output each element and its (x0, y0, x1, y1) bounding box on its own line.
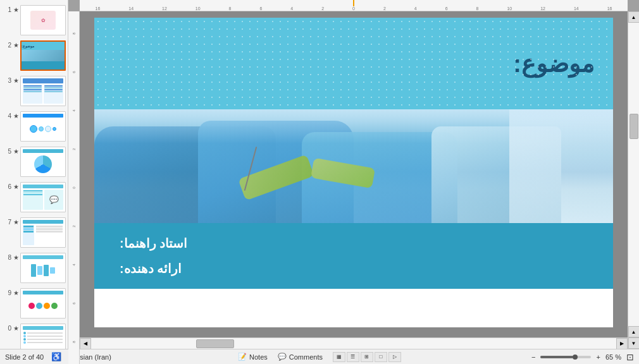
zoom-level[interactable]: 65 % (605, 353, 621, 361)
star-icon-7: ★ (13, 219, 19, 226)
status-bar: Slide 2 of 40 ♿ Persian (Iran) 📝 Notes 💬… (0, 349, 639, 364)
slide-thumb-5[interactable]: 5 ★ (0, 144, 68, 179)
status-center: 📝 Notes 💬 Comments ▦ ☰ ⊞ □ ▷ (238, 352, 401, 362)
slide-panel: 1 ★ ✿ 2 ★ موضوع: (0, 0, 68, 364)
presenter-label: ارائه دهنده: (120, 261, 182, 276)
comments-label: Comments (289, 353, 323, 361)
editor-area: 16 14 12 10 8 6 4 2 0 2 4 6 8 10 (68, 0, 639, 364)
slide-thumb-9[interactable]: 9 ★ (0, 286, 68, 321)
slide-num-8: 8 (3, 254, 11, 261)
star-icon-5: ★ (13, 148, 19, 155)
slide-top-section: موضوع: (94, 18, 613, 109)
slide-num-6: 6 (3, 183, 11, 190)
slide-preview-9 (20, 288, 66, 318)
slide-num-5: 5 (3, 148, 11, 155)
view-present-button[interactable]: ▷ (388, 352, 401, 362)
slide-canvas[interactable]: موضوع: (94, 18, 613, 327)
slide-preview-3 (20, 76, 66, 106)
status-left: Slide 2 of 40 ♿ Persian (Iran) (5, 352, 111, 361)
star-icon-3: ★ (13, 77, 19, 84)
slide-preview-2: موضوع: (20, 40, 66, 71)
view-slide-sorter-button[interactable]: ⊞ (361, 352, 373, 362)
slide-count: Slide 2 of 40 (5, 353, 44, 361)
slide-thumb-6[interactable]: 6 ★ 💬 (0, 179, 68, 215)
star-icon-1: ★ (13, 6, 19, 13)
notes-label: Notes (249, 353, 268, 361)
scroll-track-v[interactable] (628, 23, 639, 326)
slide-num-1: 1 (3, 6, 11, 13)
scrollbar-vertical: ▲ ▲ ▼ (628, 11, 639, 349)
scroll-down-top-button[interactable]: ▲ (628, 326, 640, 337)
main-area: 1 ★ ✿ 2 ★ موضوع: (0, 0, 639, 364)
slide-bottom-section: استاد راهنما: ارائه دهنده: (94, 223, 613, 289)
surgery-scene (94, 109, 613, 223)
slide-title: موضوع: (513, 50, 594, 78)
star-icon-4: ★ (13, 112, 19, 119)
scroll-thumb-v[interactable] (630, 114, 638, 139)
zoom-out-button[interactable]: − (531, 353, 535, 361)
ruler-top: 16 14 12 10 8 6 4 2 0 2 4 6 8 10 (80, 0, 628, 11)
scroll-thumb-h[interactable] (196, 339, 234, 348)
slide-thumb-3[interactable]: 3 ★ (0, 73, 68, 109)
view-normal-button[interactable]: ▦ (333, 352, 345, 362)
slide-num-2: 2 (3, 42, 11, 49)
comments-icon: 💬 (278, 353, 287, 361)
notes-button[interactable]: 📝 Notes (238, 353, 268, 361)
star-icon-10: ★ (13, 325, 19, 332)
slide-num-3: 3 (3, 77, 11, 84)
slide-thumb-2[interactable]: 2 ★ موضوع: (0, 38, 68, 73)
zoom-in-button[interactable]: + (596, 353, 600, 361)
slide-num-4: 4 (3, 112, 11, 119)
zoom-slider[interactable] (540, 356, 591, 358)
slide-preview-4 (20, 111, 66, 142)
scroll-left-button[interactable]: ◀ (80, 338, 91, 349)
scroll-track-h[interactable] (91, 338, 616, 349)
slide-preview-7 (20, 217, 66, 248)
slide-num-10: 0 (3, 325, 11, 332)
view-reading-button[interactable]: □ (375, 352, 387, 362)
slide-thumb-4[interactable]: 4 ★ (0, 109, 68, 144)
slide-preview-8 (20, 253, 66, 283)
slide-thumb-8[interactable]: 8 ★ (0, 250, 68, 286)
slide-num-9: 9 (3, 289, 11, 296)
star-icon-2: ★ (13, 42, 19, 49)
slide-num-7: 7 (3, 219, 11, 226)
ruler-left: 8 6 4 2 0 2 4 6 8 (68, 11, 80, 364)
scroll-right-button[interactable]: ▶ (616, 338, 628, 349)
zoom-slider-fill (540, 356, 573, 358)
notes-icon: 📝 (238, 353, 247, 361)
slide-thumb-1[interactable]: 1 ★ ✿ (0, 3, 68, 38)
scrollbar-horizontal: ◀ ▶ (80, 337, 628, 349)
comments-button[interactable]: 💬 Comments (278, 353, 323, 361)
slide-preview-5 (20, 147, 66, 177)
view-icons: ▦ ☰ ⊞ □ ▷ (333, 352, 401, 362)
slide-preview-1: ✿ (20, 5, 66, 35)
slide-canvas-wrap: موضوع: (80, 11, 628, 364)
accessibility-icon: ♿ (51, 352, 61, 361)
star-icon-6: ★ (13, 183, 19, 190)
slide-thumb-7[interactable]: 7 ★ (0, 215, 68, 250)
fit-button[interactable]: ⊡ (626, 352, 634, 362)
scroll-up-button[interactable]: ▲ (628, 11, 640, 23)
status-right: − + 65 % ⊡ (531, 352, 634, 362)
zoom-slider-thumb (573, 355, 578, 360)
star-icon-9: ★ (13, 289, 19, 296)
slide-image-section (94, 109, 613, 223)
instructor-label: استاد راهنما: (120, 236, 187, 251)
scroll-down-bottom-button[interactable]: ▼ (628, 337, 640, 349)
view-outline-button[interactable]: ☰ (347, 352, 359, 362)
slide-preview-6: 💬 (20, 182, 66, 212)
star-icon-8: ★ (13, 254, 19, 261)
